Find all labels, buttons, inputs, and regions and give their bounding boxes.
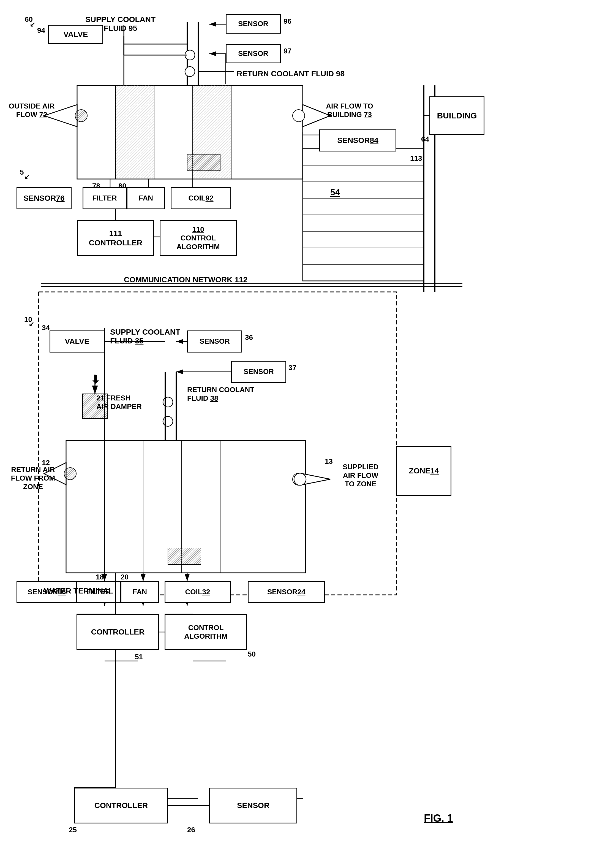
coil-92-box: COIL 92 bbox=[171, 187, 231, 209]
ref-18: 18 bbox=[96, 573, 104, 581]
ref-25: 25 bbox=[69, 826, 77, 834]
svg-rect-5 bbox=[116, 85, 154, 179]
water-terminal-label: WATER TERMINAL bbox=[44, 586, 113, 596]
svg-point-11 bbox=[185, 50, 195, 60]
sensor-96-box: SENSOR bbox=[226, 14, 281, 34]
fig-label: FIG. 1 bbox=[424, 812, 453, 824]
sensor-84-box: SENSOR 84 bbox=[319, 129, 396, 151]
ref-36: 36 bbox=[245, 333, 253, 342]
return-air-zone-label: RETURN AIRFLOW FROMZONE bbox=[8, 465, 58, 491]
ref-97: 97 bbox=[283, 47, 291, 55]
valve-94-box: VALVE bbox=[48, 25, 103, 44]
sensor-97-box: SENSOR bbox=[226, 44, 281, 63]
controller-111-box: 111 CONTROLLER bbox=[77, 220, 154, 256]
coil-32-box: COIL 32 bbox=[165, 581, 231, 603]
control-algo-bot-box: CONTROLALGORITHM bbox=[165, 614, 247, 650]
ref-50: 50 bbox=[248, 650, 256, 659]
svg-rect-44 bbox=[168, 548, 201, 564]
fan-top-box: FAN bbox=[127, 187, 165, 209]
ref-94: 94 bbox=[37, 26, 45, 35]
svg-rect-53 bbox=[303, 149, 424, 281]
ref-20: 20 bbox=[121, 573, 129, 581]
sensor-37-box: SENSOR bbox=[231, 361, 286, 383]
fan-bot-box: FAN bbox=[121, 581, 159, 603]
sensor-36-box: SENSOR bbox=[187, 331, 242, 353]
supply-coolant-mid-label: SUPPLY COOLANTFLUID 35 bbox=[110, 328, 180, 345]
ref-64: 64 bbox=[421, 135, 429, 143]
zone-box: ZONE14 bbox=[396, 446, 451, 496]
svg-marker-42 bbox=[303, 474, 330, 485]
communication-network-label: COMMUNICATION NETWORK 112 bbox=[124, 276, 247, 284]
ref-96: 96 bbox=[283, 17, 291, 25]
ref-37: 37 bbox=[288, 364, 297, 372]
return-coolant-mid-label: RETURN COOLANTFLUID 38 bbox=[187, 386, 254, 403]
air-flow-building-label: AIR FLOW TOBUILDING 73 bbox=[319, 102, 380, 119]
ref-26: 26 bbox=[187, 826, 195, 834]
return-coolant-top-label: RETURN COOLANT FLUID 98 bbox=[237, 69, 345, 78]
ref-113: 113 bbox=[410, 154, 422, 163]
sensor-24-box: SENSOR 24 bbox=[248, 581, 325, 603]
outside-air-flow-label: OUTSIDE AIRFLOW 72 bbox=[8, 102, 55, 119]
svg-point-92 bbox=[294, 473, 306, 485]
supplied-air-zone-label: SUPPLIEDAIR FLOWTO ZONE bbox=[330, 463, 391, 488]
fresh-air-arrow: ⬇ bbox=[91, 373, 100, 386]
ref-34: 34 bbox=[42, 324, 50, 332]
svg-point-35 bbox=[163, 397, 173, 407]
ref-51: 51 bbox=[135, 653, 143, 661]
fresh-air-damper-label: 21 FRESHAIR DAMPER bbox=[96, 394, 142, 411]
svg-point-43 bbox=[292, 473, 305, 485]
svg-point-36 bbox=[163, 416, 173, 426]
building-box: BUILDING bbox=[429, 96, 484, 135]
svg-point-19 bbox=[292, 110, 305, 122]
sensor-bot-box: SENSOR bbox=[209, 788, 297, 823]
controller-bot-box: CONTROLLER bbox=[77, 614, 159, 650]
svg-rect-23 bbox=[187, 154, 220, 171]
ref-5: 5 bbox=[20, 168, 24, 176]
svg-rect-0 bbox=[77, 85, 303, 179]
ref-54-label: 54 bbox=[330, 187, 340, 197]
svg-point-41 bbox=[64, 468, 76, 480]
sensor-76-box: SENSOR 76 bbox=[17, 187, 72, 209]
control-algo-110-box: 110CONTROLALGORITHM bbox=[160, 220, 237, 256]
svg-point-12 bbox=[185, 67, 195, 77]
valve-34-box: VALVE bbox=[50, 331, 105, 353]
svg-point-17 bbox=[75, 110, 87, 122]
svg-rect-28 bbox=[66, 441, 305, 573]
controller-25-box: CONTROLLER bbox=[74, 788, 168, 823]
svg-rect-6 bbox=[193, 85, 231, 179]
filter-top-box: FILTER bbox=[83, 187, 127, 209]
